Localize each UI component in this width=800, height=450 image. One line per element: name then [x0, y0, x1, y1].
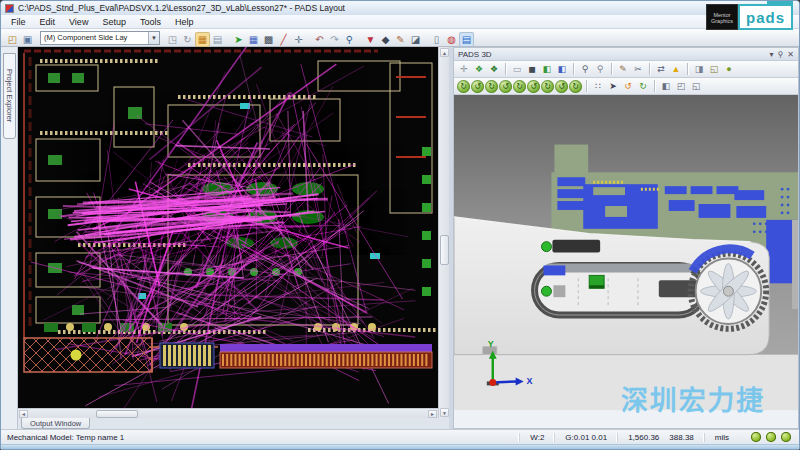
menu-edit[interactable]: Edit	[33, 17, 63, 27]
left-dock-strip: Project Explorer	[1, 47, 18, 429]
board-3d-alt-icon[interactable]: ❖	[487, 62, 501, 76]
panel-close-icon[interactable]: ✕	[787, 50, 794, 59]
status-led-icon[interactable]	[781, 432, 791, 442]
orbit-up-icon[interactable]: ↻	[485, 80, 498, 93]
pcb-3d-viewport[interactable]: Y X 深圳宏力捷	[454, 95, 798, 428]
orbit-down-icon[interactable]: ↺	[499, 80, 512, 93]
output-window-tab[interactable]: Output Window	[21, 418, 90, 429]
panel-pin-icon[interactable]: ⚲	[777, 50, 783, 59]
orbit-left-icon[interactable]: ↻	[457, 80, 470, 93]
orbit-cw-icon[interactable]: ↻	[513, 80, 526, 93]
sheet-icon[interactable]: ▯	[429, 32, 444, 47]
orbit-iso-icon[interactable]: ↻	[541, 80, 554, 93]
menu-tools[interactable]: Tools	[133, 17, 168, 27]
board-3d-icon[interactable]: ❖	[472, 62, 486, 76]
svg-text:深圳宏力捷: 深圳宏力捷	[621, 385, 765, 416]
zoom-icon[interactable]: ⚲	[342, 32, 357, 47]
mentor-graphics-logo: Mentor Graphics	[706, 4, 738, 30]
view-front-icon[interactable]: ◧	[659, 79, 673, 93]
pads-3d-title-bar[interactable]: PADS 3D ▾⚲✕	[454, 48, 798, 61]
snapshot-icon[interactable]: ◨	[692, 62, 706, 76]
select-cursor-icon[interactable]: ➤	[606, 79, 620, 93]
dots-icon[interactable]: ∷	[591, 79, 605, 93]
brush-icon[interactable]: ✎	[393, 32, 408, 47]
status-line-width: W:2	[519, 433, 554, 442]
menu-help[interactable]: Help	[168, 17, 201, 27]
bottom-tab-row: Output Window	[18, 418, 449, 429]
spin-cw-icon[interactable]: ↻	[636, 79, 650, 93]
chevron-down-icon[interactable]: ▼	[148, 32, 159, 44]
add-line-icon[interactable]: ╱	[276, 32, 291, 47]
status-bar: Mechanical Model: Temp name 1 W:2 G:0.01…	[1, 429, 799, 444]
spin-ccw-icon[interactable]: ↺	[621, 79, 635, 93]
orbit-home-icon[interactable]: ↺	[555, 80, 568, 93]
pads-3d-toolbar-1: ✛❖❖▭◼◧◧⚲⚲✎✂⇄▲◨◱●	[454, 61, 798, 78]
zoom-fit-icon[interactable]: ⚲	[593, 62, 607, 76]
layer-dropdown[interactable]: (M) Component Side Lay ▼	[40, 31, 160, 45]
filter-red-icon[interactable]: ▼	[363, 32, 378, 47]
vertical-scrollbar-thumb[interactable]	[440, 235, 449, 265]
toolbar-separator	[505, 63, 506, 75]
measure-icon[interactable]: ✎	[616, 62, 630, 76]
vertical-scrollbar[interactable]: ▲ ▼	[438, 47, 449, 418]
workspace: Project Explorer	[1, 47, 799, 429]
pcb-2d-canvas[interactable]	[18, 47, 438, 408]
status-leds	[751, 432, 793, 442]
design-toolbox-icon[interactable]: ▦	[195, 32, 210, 47]
layers-icon[interactable]: ▤	[459, 32, 474, 47]
scroll-up-icon[interactable]: ▲	[440, 48, 449, 57]
collision-icon[interactable]: ⇄	[654, 62, 668, 76]
status-led-icon[interactable]	[766, 432, 776, 442]
status-grid: G:0.01 0.01	[554, 433, 617, 442]
snip-icon[interactable]: ✂	[631, 62, 645, 76]
status-led-icon[interactable]	[751, 432, 761, 442]
project-explorer-tab[interactable]: Project Explorer	[3, 53, 16, 139]
orbit-reset-icon[interactable]: ↻	[569, 80, 582, 93]
scroll-right-icon[interactable]: ►	[428, 410, 437, 418]
pads-logo: pads	[738, 4, 793, 30]
undo-icon[interactable]: ↶	[312, 32, 327, 47]
box-blue-icon[interactable]: ◧	[555, 62, 569, 76]
menu-bar: FileEditViewSetupToolsHelp	[1, 15, 799, 29]
title-bar: C:\PADS_Stnd_Plus_Eval\PADSVX.1.2\Lesson…	[1, 1, 799, 15]
grid-icon[interactable]: ▦	[246, 32, 261, 47]
orbit-ccw-icon[interactable]: ↺	[527, 80, 540, 93]
filter-dark-icon[interactable]: ◆	[378, 32, 393, 47]
photoplot-icon[interactable]: ▩	[261, 32, 276, 47]
redraw-icon[interactable]: ↻	[180, 32, 195, 47]
box-green-icon[interactable]: ◧	[540, 62, 554, 76]
scroll-down-icon[interactable]: ▼	[440, 408, 449, 417]
horizontal-scrollbar-thumb[interactable]	[96, 410, 138, 418]
page-icon[interactable]: ▭	[510, 62, 524, 76]
pour-icon[interactable]: ◪	[408, 32, 423, 47]
open-file-icon[interactable]: ◰	[5, 32, 20, 47]
menu-file[interactable]: File	[4, 17, 33, 27]
status-units: mils	[704, 433, 739, 442]
globe-icon[interactable]: ●	[722, 62, 736, 76]
move-icon[interactable]: ✛	[291, 32, 306, 47]
window-bottom-edge	[1, 444, 799, 450]
panel-menu-icon[interactable]: ▾	[769, 50, 773, 59]
pan-hand-icon[interactable]: ✛	[457, 62, 471, 76]
svg-text:Y: Y	[488, 339, 494, 349]
view-top-icon[interactable]: ◰	[674, 79, 688, 93]
export-icon[interactable]: ◱	[707, 62, 721, 76]
solid-view-icon[interactable]: ◼	[525, 62, 539, 76]
orbit-right-icon[interactable]: ↺	[471, 80, 484, 93]
scroll-left-icon[interactable]: ◄	[19, 410, 28, 418]
menu-view[interactable]: View	[62, 17, 95, 27]
properties-icon[interactable]: ◳	[165, 32, 180, 47]
clipboard-icon[interactable]: ▤	[210, 32, 225, 47]
route-icon[interactable]: ➤	[231, 32, 246, 47]
redo-icon[interactable]: ↷	[327, 32, 342, 47]
view-iso-icon[interactable]: ◱	[689, 79, 703, 93]
warning-icon[interactable]: ▲	[669, 62, 683, 76]
save-icon[interactable]: ▣	[20, 32, 35, 47]
toolbar-separator	[654, 80, 655, 92]
toolbar-left-group: ◰▣	[5, 29, 35, 47]
horizontal-scrollbar[interactable]: ◄ ►	[18, 408, 438, 418]
zoom-window-icon[interactable]: ⚲	[578, 62, 592, 76]
drc-icon[interactable]: ◍	[444, 32, 459, 47]
menu-setup[interactable]: Setup	[95, 17, 133, 27]
brand-logo: Mentor Graphics pads	[706, 4, 793, 30]
